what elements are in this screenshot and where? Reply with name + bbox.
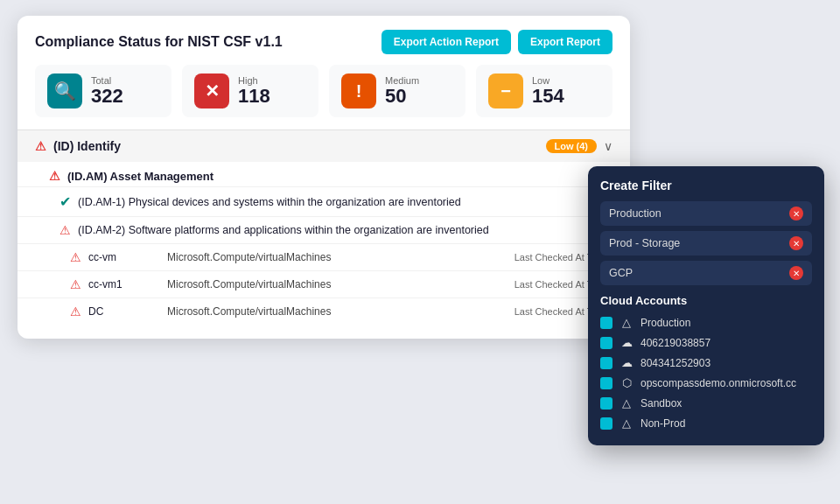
- low-value: 154: [532, 86, 564, 107]
- card-header: Compliance Status for NIST CSF v1.1 Expo…: [18, 16, 630, 65]
- main-card: Compliance Status for NIST CSF v1.1 Expo…: [18, 16, 630, 339]
- item-row-am2: ⚠ (ID.AM-2) Software platforms and appli…: [18, 216, 630, 243]
- high-text: High 118: [238, 75, 270, 107]
- card-title: Compliance Status for NIST CSF v1.1: [35, 34, 283, 50]
- filter-panel: Create Filter Production ✕ Prod - Storag…: [588, 166, 824, 445]
- filter-tag-label-0: Production: [609, 207, 662, 220]
- row-type-2: Microsoft.Compute/virtualMachines: [167, 305, 514, 318]
- item-am1-text: (ID.AM-1) Physical devices and systems w…: [78, 196, 461, 208]
- low-badge: Low (4): [546, 139, 598, 153]
- cloud-checkbox-1[interactable]: [600, 337, 612, 349]
- row-name-0: cc-vm: [88, 251, 167, 263]
- cloud-icon-3: ⬡: [620, 376, 634, 389]
- export-report-button[interactable]: Export Report: [518, 30, 612, 54]
- cloud-account-0[interactable]: △ Production: [600, 312, 812, 332]
- item-row-am1: ✔ (ID.AM-1) Physical devices and systems…: [18, 186, 630, 216]
- medium-icon: !: [341, 74, 376, 108]
- medium-text: Medium 50: [385, 75, 419, 107]
- cloud-account-1[interactable]: ☁ 406219038857: [600, 332, 812, 353]
- header-buttons: Export Action Report Export Report: [382, 30, 612, 54]
- row-warn-icon-1: ⚠: [70, 277, 81, 291]
- stat-high: ✕ High 118: [182, 65, 318, 117]
- cloud-account-4[interactable]: △ Sandbox: [600, 393, 812, 413]
- cloud-accounts-title: Cloud Accounts: [600, 294, 812, 307]
- sub-section-warn-icon: ⚠: [49, 169, 60, 183]
- remove-filter-2[interactable]: ✕: [789, 266, 803, 280]
- item-warn-icon: ⚠: [60, 223, 71, 237]
- cloud-icon-2: ☁: [620, 356, 634, 369]
- cloud-icon-5: △: [620, 416, 634, 430]
- row-warn-icon-0: ⚠: [70, 250, 81, 264]
- filter-tag-1: Prod - Storage ✕: [600, 231, 812, 256]
- section-warn-icon: ⚠: [35, 139, 46, 153]
- medium-value: 50: [385, 86, 419, 107]
- filter-tag-label-2: GCP: [609, 267, 633, 279]
- cloud-account-label-5: Non-Prod: [640, 417, 685, 430]
- stat-low: − Low 154: [476, 65, 612, 117]
- total-value: 322: [91, 86, 123, 107]
- cloud-account-3[interactable]: ⬡ opscompassdemo.onmicrosoft.cc: [600, 373, 812, 393]
- total-text: Total 322: [91, 75, 123, 107]
- cloud-account-label-0: Production: [640, 317, 690, 329]
- cloud-icon-1: ☁: [620, 336, 634, 349]
- row-type-1: Microsoft.Compute/virtualMachines: [167, 278, 514, 290]
- low-text: Low 154: [532, 75, 564, 107]
- cloud-account-label-3: opscompassdemo.onmicrosoft.cc: [640, 377, 796, 389]
- cloud-icon-0: △: [620, 316, 634, 329]
- stat-medium: ! Medium 50: [329, 65, 466, 117]
- cloud-checkbox-4[interactable]: [600, 397, 612, 410]
- cloud-icon-4: △: [620, 396, 634, 410]
- row-name-1: cc-vm1: [88, 278, 167, 290]
- stats-row: 🔍 Total 322 ✕ High 118 ! Medium 50 − Low: [18, 65, 630, 130]
- row-type-0: Microsoft.Compute/virtualMachines: [167, 251, 514, 263]
- cloud-account-5[interactable]: △ Non-Prod: [600, 413, 812, 433]
- remove-filter-1[interactable]: ✕: [789, 236, 803, 250]
- low-icon: −: [488, 74, 523, 108]
- item-am2-text: (ID.AM-2) Software platforms and applica…: [78, 224, 489, 236]
- section-right: Low (4) ∨: [546, 139, 613, 153]
- data-row-2: ⚠ DC Microsoft.Compute/virtualMachines L…: [18, 298, 630, 325]
- cloud-checkbox-5[interactable]: [600, 417, 612, 430]
- export-action-report-button[interactable]: Export Action Report: [382, 30, 511, 54]
- total-icon: 🔍: [47, 74, 82, 108]
- data-row-0: ⚠ cc-vm Microsoft.Compute/virtualMachine…: [18, 243, 630, 270]
- cloud-checkbox-2[interactable]: [600, 357, 612, 369]
- sub-section-title: (ID.AM) Asset Management: [67, 170, 214, 183]
- row-warn-icon-2: ⚠: [70, 304, 81, 318]
- cloud-account-label-4: Sandbox: [640, 397, 682, 410]
- data-row-1: ⚠ cc-vm1 Microsoft.Compute/virtualMachin…: [18, 270, 630, 298]
- stat-total: 🔍 Total 322: [35, 65, 172, 117]
- remove-filter-0[interactable]: ✕: [789, 206, 803, 220]
- section-title: ⚠ (ID) Identify: [35, 139, 121, 153]
- sub-section: ⚠ (ID.AM) Asset Management: [18, 162, 630, 186]
- high-icon: ✕: [194, 74, 229, 108]
- cloud-checkbox-3[interactable]: [600, 377, 612, 389]
- chevron-down-icon[interactable]: ∨: [604, 139, 612, 153]
- section-header[interactable]: ⚠ (ID) Identify Low (4) ∨: [18, 130, 630, 162]
- section-title-text: (ID) Identify: [53, 139, 121, 153]
- row-name-2: DC: [88, 305, 167, 318]
- cloud-checkbox-0[interactable]: [600, 317, 612, 329]
- filter-title: Create Filter: [600, 178, 812, 192]
- filter-tag-2: GCP ✕: [600, 261, 812, 285]
- cloud-account-label-2: 804341252903: [640, 357, 710, 369]
- filter-tag-label-1: Prod - Storage: [609, 237, 680, 249]
- cloud-account-2[interactable]: ☁ 804341252903: [600, 353, 812, 373]
- filter-tag-0: Production ✕: [600, 201, 812, 226]
- high-value: 118: [238, 86, 270, 107]
- cloud-account-label-1: 406219038857: [640, 337, 710, 349]
- check-icon: ✔: [60, 193, 71, 210]
